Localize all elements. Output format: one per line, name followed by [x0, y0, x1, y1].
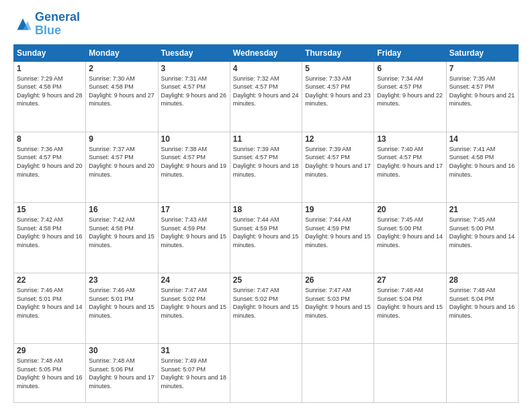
calendar-cell: 30 Sunrise: 7:48 AM Sunset: 5:06 PM Dayl… [86, 344, 158, 403]
calendar-week-row: 1 Sunrise: 7:29 AM Sunset: 4:58 PM Dayli… [14, 61, 519, 132]
calendar-week-row: 15 Sunrise: 7:42 AM Sunset: 4:58 PM Dayl… [14, 202, 519, 273]
calendar-cell: 2 Sunrise: 7:30 AM Sunset: 4:58 PM Dayli… [86, 61, 158, 132]
day-number: 1 [17, 64, 83, 73]
logo-text: General Blue [35, 11, 80, 38]
calendar-cell: 22 Sunrise: 7:46 AM Sunset: 5:01 PM Dayl… [14, 273, 86, 344]
day-info: Sunrise: 7:42 AM Sunset: 4:58 PM Dayligh… [89, 216, 154, 249]
day-number: 8 [17, 134, 83, 144]
calendar-cell: 3 Sunrise: 7:31 AM Sunset: 4:57 PM Dayli… [158, 61, 230, 132]
weekday-header: Tuesday [158, 44, 230, 61]
logo-icon [13, 15, 32, 34]
day-info: Sunrise: 7:39 AM Sunset: 4:57 PM Dayligh… [305, 145, 371, 179]
day-number: 22 [17, 275, 83, 285]
calendar-cell: 6 Sunrise: 7:34 AM Sunset: 4:57 PM Dayli… [374, 61, 446, 132]
day-info: Sunrise: 7:31 AM Sunset: 4:57 PM Dayligh… [161, 75, 227, 108]
calendar-week-row: 22 Sunrise: 7:46 AM Sunset: 5:01 PM Dayl… [14, 273, 519, 344]
day-number: 7 [449, 64, 515, 73]
day-info: Sunrise: 7:45 AM Sunset: 5:00 PM Dayligh… [449, 216, 515, 249]
calendar-cell: 29 Sunrise: 7:48 AM Sunset: 5:05 PM Dayl… [14, 344, 86, 403]
day-number: 30 [89, 346, 154, 355]
day-info: Sunrise: 7:49 AM Sunset: 5:07 PM Dayligh… [161, 357, 227, 390]
calendar-cell: 7 Sunrise: 7:35 AM Sunset: 4:57 PM Dayli… [446, 61, 518, 132]
header: General Blue [13, 11, 519, 38]
day-number: 12 [305, 134, 371, 144]
calendar-cell: 23 Sunrise: 7:46 AM Sunset: 5:01 PM Dayl… [86, 273, 158, 344]
calendar-cell: 27 Sunrise: 7:48 AM Sunset: 5:04 PM Dayl… [374, 273, 446, 344]
day-number: 14 [449, 134, 515, 144]
calendar-cell: 4 Sunrise: 7:32 AM Sunset: 4:57 PM Dayli… [230, 61, 302, 132]
day-number: 24 [161, 275, 227, 285]
day-number: 27 [377, 275, 443, 285]
day-info: Sunrise: 7:32 AM Sunset: 4:57 PM Dayligh… [233, 75, 299, 108]
weekday-header: Thursday [302, 44, 374, 61]
weekday-header: Friday [374, 44, 446, 61]
calendar-cell: 14 Sunrise: 7:41 AM Sunset: 4:58 PM Dayl… [446, 132, 518, 202]
day-info: Sunrise: 7:47 AM Sunset: 5:03 PM Dayligh… [305, 286, 371, 320]
weekday-header: Saturday [446, 44, 518, 61]
day-info: Sunrise: 7:48 AM Sunset: 5:05 PM Dayligh… [17, 357, 83, 390]
day-number: 6 [377, 64, 443, 73]
page: General Blue SundayMondayTuesdayWednesda… [0, 0, 532, 411]
calendar-cell: 19 Sunrise: 7:44 AM Sunset: 4:59 PM Dayl… [302, 202, 374, 273]
day-number: 15 [17, 205, 83, 214]
day-info: Sunrise: 7:34 AM Sunset: 4:57 PM Dayligh… [377, 75, 443, 108]
day-info: Sunrise: 7:47 AM Sunset: 5:02 PM Dayligh… [233, 286, 299, 320]
calendar-cell: 15 Sunrise: 7:42 AM Sunset: 4:58 PM Dayl… [14, 202, 86, 273]
day-number: 18 [233, 205, 299, 214]
calendar-header-row: SundayMondayTuesdayWednesdayThursdayFrid… [14, 44, 519, 61]
calendar-cell: 5 Sunrise: 7:33 AM Sunset: 4:57 PM Dayli… [302, 61, 374, 132]
calendar-cell: 25 Sunrise: 7:47 AM Sunset: 5:02 PM Dayl… [230, 273, 302, 344]
day-number: 4 [233, 64, 299, 73]
day-info: Sunrise: 7:48 AM Sunset: 5:06 PM Dayligh… [89, 357, 154, 390]
calendar-cell: 28 Sunrise: 7:48 AM Sunset: 5:04 PM Dayl… [446, 273, 518, 344]
day-info: Sunrise: 7:39 AM Sunset: 4:57 PM Dayligh… [233, 145, 299, 179]
day-number: 29 [17, 346, 83, 355]
day-number: 3 [161, 64, 227, 73]
calendar-cell: 21 Sunrise: 7:45 AM Sunset: 5:00 PM Dayl… [446, 202, 518, 273]
logo: General Blue [13, 11, 80, 38]
calendar-cell: 8 Sunrise: 7:36 AM Sunset: 4:57 PM Dayli… [14, 132, 86, 202]
day-number: 20 [377, 205, 443, 214]
calendar-cell: 12 Sunrise: 7:39 AM Sunset: 4:57 PM Dayl… [302, 132, 374, 202]
day-info: Sunrise: 7:44 AM Sunset: 4:59 PM Dayligh… [233, 216, 299, 249]
calendar-week-row: 8 Sunrise: 7:36 AM Sunset: 4:57 PM Dayli… [14, 132, 519, 202]
calendar-cell [446, 344, 518, 403]
day-info: Sunrise: 7:37 AM Sunset: 4:57 PM Dayligh… [89, 145, 154, 179]
day-info: Sunrise: 7:38 AM Sunset: 4:57 PM Dayligh… [161, 145, 227, 179]
calendar-week-row: 29 Sunrise: 7:48 AM Sunset: 5:05 PM Dayl… [14, 344, 519, 403]
day-info: Sunrise: 7:29 AM Sunset: 4:58 PM Dayligh… [17, 75, 83, 108]
day-number: 11 [233, 134, 299, 144]
day-number: 26 [305, 275, 371, 285]
calendar-cell: 20 Sunrise: 7:45 AM Sunset: 5:00 PM Dayl… [374, 202, 446, 273]
day-info: Sunrise: 7:30 AM Sunset: 4:58 PM Dayligh… [89, 75, 154, 108]
day-info: Sunrise: 7:43 AM Sunset: 4:59 PM Dayligh… [161, 216, 227, 249]
day-info: Sunrise: 7:47 AM Sunset: 5:02 PM Dayligh… [161, 286, 227, 320]
calendar-cell: 1 Sunrise: 7:29 AM Sunset: 4:58 PM Dayli… [14, 61, 86, 132]
calendar-cell: 11 Sunrise: 7:39 AM Sunset: 4:57 PM Dayl… [230, 132, 302, 202]
day-number: 28 [449, 275, 515, 285]
day-number: 5 [305, 64, 371, 73]
day-info: Sunrise: 7:46 AM Sunset: 5:01 PM Dayligh… [17, 286, 83, 320]
day-number: 19 [305, 205, 371, 214]
calendar-cell [230, 344, 302, 403]
day-info: Sunrise: 7:48 AM Sunset: 5:04 PM Dayligh… [377, 286, 443, 320]
calendar-table: SundayMondayTuesdayWednesdayThursdayFrid… [13, 44, 519, 403]
weekday-header: Wednesday [230, 44, 302, 61]
day-number: 13 [377, 134, 443, 144]
calendar-cell [302, 344, 374, 403]
day-number: 9 [89, 134, 154, 144]
day-number: 23 [89, 275, 154, 285]
day-info: Sunrise: 7:45 AM Sunset: 5:00 PM Dayligh… [377, 216, 443, 249]
day-info: Sunrise: 7:36 AM Sunset: 4:57 PM Dayligh… [17, 145, 83, 179]
calendar-cell: 13 Sunrise: 7:40 AM Sunset: 4:57 PM Dayl… [374, 132, 446, 202]
calendar-cell: 17 Sunrise: 7:43 AM Sunset: 4:59 PM Dayl… [158, 202, 230, 273]
day-number: 17 [161, 205, 227, 214]
day-info: Sunrise: 7:42 AM Sunset: 4:58 PM Dayligh… [17, 216, 83, 249]
weekday-header: Sunday [14, 44, 86, 61]
calendar-cell: 18 Sunrise: 7:44 AM Sunset: 4:59 PM Dayl… [230, 202, 302, 273]
day-number: 31 [161, 346, 227, 355]
calendar-body: 1 Sunrise: 7:29 AM Sunset: 4:58 PM Dayli… [14, 61, 519, 402]
day-info: Sunrise: 7:35 AM Sunset: 4:57 PM Dayligh… [449, 75, 515, 108]
calendar-cell: 24 Sunrise: 7:47 AM Sunset: 5:02 PM Dayl… [158, 273, 230, 344]
day-info: Sunrise: 7:40 AM Sunset: 4:57 PM Dayligh… [377, 145, 443, 179]
